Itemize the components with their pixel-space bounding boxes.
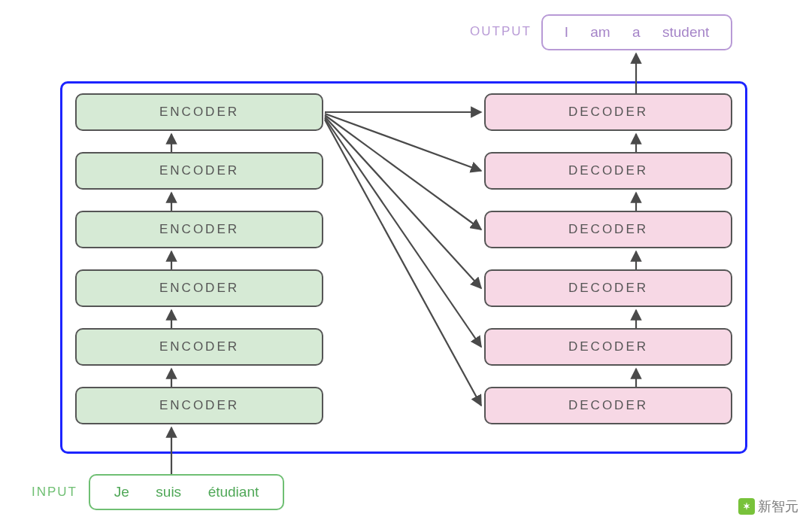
encoder-block-6: ENCODER	[75, 93, 323, 131]
output-token: a	[632, 24, 641, 41]
encoder-block-4: ENCODER	[75, 211, 323, 248]
decoder-block-3: DECODER	[484, 269, 732, 307]
input-box: Je suis étudiant	[89, 474, 284, 510]
decoder-block-6: DECODER	[484, 93, 732, 131]
watermark-text: 新智元	[758, 497, 798, 515]
input-token: suis	[156, 484, 181, 500]
output-token: I	[565, 24, 568, 41]
decoder-block-4: DECODER	[484, 211, 732, 248]
output-token: am	[590, 24, 610, 41]
input-token: étudiant	[208, 484, 259, 500]
encoder-block-5: ENCODER	[75, 152, 323, 190]
decoder-block-1: DECODER	[484, 387, 732, 424]
encoder-block-2: ENCODER	[75, 328, 323, 366]
watermark: ✶ 新智元	[738, 497, 798, 515]
input-token: Je	[114, 484, 129, 500]
decoder-block-5: DECODER	[484, 152, 732, 190]
encoder-block-1: ENCODER	[75, 387, 323, 424]
output-token: student	[662, 24, 709, 41]
encoder-block-3: ENCODER	[75, 269, 323, 307]
decoder-block-2: DECODER	[484, 328, 732, 366]
output-label: OUTPUT	[470, 24, 532, 39]
input-label: INPUT	[32, 485, 77, 500]
output-box: I am a student	[541, 14, 732, 50]
wechat-icon: ✶	[738, 498, 755, 515]
